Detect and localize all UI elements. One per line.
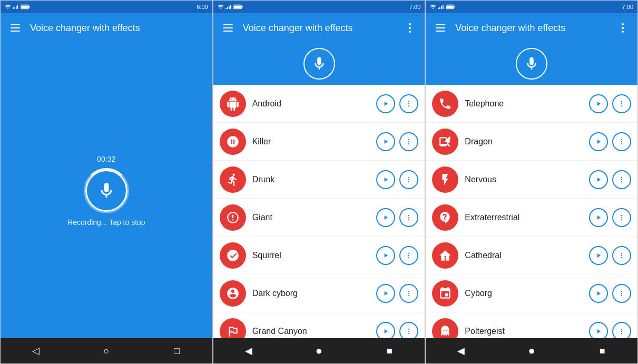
more-button-dark-cyborg[interactable] [399,284,418,303]
more-button-cyborg[interactable] [612,284,631,303]
effect-item-drunk: Drunk [213,161,425,199]
play-icon-extraterrestrial [595,214,602,221]
effect-actions-drunk [376,170,418,189]
play-button-cyborg[interactable] [589,284,608,303]
effect-item-dark-cyborg: Dark cyborg [213,274,425,312]
home-button-3[interactable]: ● [523,342,540,359]
svg-rect-38 [443,5,444,9]
effect-item-grand-canyon: Grand Canyon [213,312,425,338]
effect-actions-cyborg [589,284,631,303]
recents-button-1[interactable]: □ [169,342,185,359]
status-bar-3: 7:00 [426,1,637,13]
play-button-nervous[interactable] [589,170,608,189]
svg-point-28 [408,257,409,258]
svg-point-59 [621,294,622,296]
back-button-1[interactable]: ◁ [27,342,44,359]
hamburger-icon-2[interactable] [222,22,234,34]
more-button-android[interactable] [399,94,418,113]
play-button-drunk[interactable] [376,170,395,189]
more-icon-2[interactable] [404,22,416,34]
effect-icon-dark-cyborg [220,280,246,307]
play-button-squirrel[interactable] [376,246,395,265]
time-2: 7:00 [409,4,420,10]
mic-record-button[interactable] [85,170,127,212]
effect-name-dragon: Dragon [465,137,583,146]
app-title-2: Voice changer with effects [243,23,396,34]
more-button-poltergeist[interactable] [612,322,631,339]
status-left-3 [430,4,455,10]
effect-icon-telephone [432,91,458,117]
back-button-2[interactable]: ◀ [240,342,257,359]
play-icon-cathedral [595,252,602,259]
recents-button-2[interactable]: ■ [381,342,398,359]
mic-circle-2[interactable] [303,48,335,80]
more-button-drunk[interactable] [399,170,418,189]
svg-point-18 [408,141,409,142]
play-button-telephone[interactable] [589,94,608,113]
play-icon-dragon [595,138,602,145]
effect-actions-cathedral [589,246,631,265]
svg-point-45 [621,139,622,140]
effect-item-nervous: Nervous [426,161,637,199]
home-button-2[interactable]: ● [311,342,328,359]
more-button-dragon[interactable] [612,132,631,151]
effect-name-telephone: Telephone [465,99,583,109]
play-button-giant[interactable] [376,208,395,227]
more-button-cathedral[interactable] [612,246,631,265]
dots-icon-dark-cyborg [405,290,413,297]
play-button-poltergeist[interactable] [589,322,608,339]
effect-actions-grand-canyon [376,322,418,339]
play-icon-squirrel [382,252,389,259]
play-button-cathedral[interactable] [589,246,608,265]
more-button-nervous[interactable] [612,170,631,189]
svg-point-47 [621,143,622,144]
recording-screen[interactable]: 00:32 Recording... Tap to stop [1,43,212,338]
play-button-grand-canyon[interactable] [376,322,395,339]
more-button-extraterrestrial[interactable] [612,208,631,227]
status-left-1 [5,4,30,10]
svg-rect-8 [227,7,228,9]
svg-rect-10 [230,5,231,9]
telephone-icon [438,97,452,111]
svg-rect-41 [446,5,454,8]
more-icon-3[interactable] [616,22,629,34]
play-icon-nervous [595,176,602,183]
nav-bar-2: ◀ ● ■ [213,338,425,363]
svg-point-23 [408,214,409,215]
dots-icon-cyborg [618,290,625,297]
microphone-icon-3 [524,56,539,72]
effect-name-nervous: Nervous [465,175,583,184]
recents-button-3[interactable]: ■ [594,342,611,359]
phones-container: 6:00 Voice changer with effects 00:32 Re… [0,0,638,364]
effect-item-squirrel: Squirrel [213,237,425,274]
svg-point-62 [621,332,622,333]
dots-icon-cathedral [618,252,625,259]
home-button-1[interactable]: ○ [98,342,115,359]
signal-icon-3 [438,4,444,10]
more-button-killer[interactable] [399,132,418,151]
svg-rect-36 [439,7,440,9]
more-button-grand-canyon[interactable] [399,322,418,339]
effect-item-cathedral: Cathedral [426,237,637,274]
more-button-giant[interactable] [399,208,418,227]
more-button-squirrel[interactable] [399,246,418,265]
mic-circle-3[interactable] [516,48,547,80]
poltergeist-icon [438,324,452,338]
wifi-icon-3 [430,4,436,10]
back-button-3[interactable]: ◀ [453,342,469,359]
effect-icon-cyborg [432,280,458,307]
effect-icon-dragon [432,129,458,155]
hamburger-icon-3[interactable] [434,22,447,34]
play-button-dark-cyborg[interactable] [376,284,395,303]
play-button-dragon[interactable] [589,132,608,151]
play-button-killer[interactable] [376,132,395,151]
hamburger-icon-1[interactable] [9,22,22,34]
svg-point-19 [408,143,409,144]
play-button-extraterrestrial[interactable] [589,208,608,227]
microphone-icon-2 [311,56,327,72]
more-button-telephone[interactable] [612,94,631,113]
dots-icon-poltergeist [618,328,625,335]
svg-point-21 [408,179,409,180]
effect-actions-nervous [589,170,631,189]
play-button-android[interactable] [376,94,395,113]
